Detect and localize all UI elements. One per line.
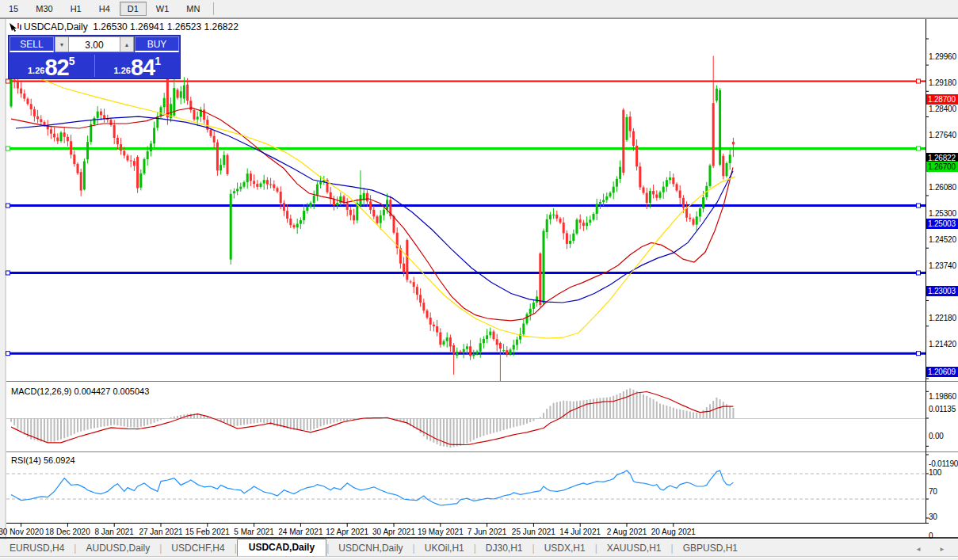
timeframe-toolbar: 15M30H1H4D1W1MN xyxy=(0,0,958,18)
volume-increase-button[interactable]: ▲ xyxy=(120,36,134,52)
macd-indicator-label: MACD(12,26,9) 0.004427 0.005043 xyxy=(11,387,149,396)
chart-tab-xauusd[interactable]: XAUUSD,H1 xyxy=(597,540,671,556)
chart-symbol-label: USDCAD,Daily xyxy=(24,21,88,32)
level-price-badge: 1.28700 xyxy=(926,94,958,105)
mt4-app: 15M30H1H4D1W1MN USDCAD,Daily 1.26530 1.2… xyxy=(0,0,958,560)
level-price-badge: 1.23003 xyxy=(926,286,958,296)
price-axis-label: 1.27640 xyxy=(929,131,958,139)
chart-tab-usdcnh[interactable]: USDCNH,Daily xyxy=(329,540,412,556)
date-axis-label: 12 Apr 2021 xyxy=(326,528,368,536)
date-axis-label: 30 Nov 2020 xyxy=(0,528,44,536)
status-strip xyxy=(0,557,958,560)
date-axis-label: 8 Jan 2021 xyxy=(94,528,134,536)
date-axis-label: 14 Jul 2021 xyxy=(559,528,601,536)
price-axis-label: 1.29960 xyxy=(929,52,958,61)
chart-tab-gbpusd[interactable]: GBPUSD,H1 xyxy=(674,540,747,556)
date-axis-label: 2 Aug 2021 xyxy=(607,528,647,536)
rsi-indicator-label: RSI(14) 56.0924 xyxy=(11,455,75,465)
macd-axis-label: 0.00 xyxy=(929,432,958,440)
level-price-badge: 1.25003 xyxy=(926,219,958,229)
date-axis-label: 30 Apr 2021 xyxy=(372,528,415,536)
price-axis-label: 1.29180 xyxy=(929,78,958,87)
tab-scroll-arrows[interactable]: ◄ ► xyxy=(915,546,953,553)
chart-ohlc-values: 1.26530 1.26941 1.26523 1.26822 xyxy=(93,21,239,32)
level-price-badge: 1.20609 xyxy=(926,367,958,377)
one-click-trade-panel: SELL ▼ 3.00 ▲ BUY 1.26 82 5 1.26 84 xyxy=(8,35,181,79)
price-axis-label: 1.24520 xyxy=(929,235,958,244)
chart-title-ohlc: USDCAD,Daily 1.26530 1.26941 1.26523 1.2… xyxy=(24,21,239,32)
chart-tab-usdcad[interactable]: USDCAD,Daily xyxy=(237,539,326,556)
sell-price-pips: 82 xyxy=(44,57,68,78)
price-axis-label: 1.25300 xyxy=(929,209,958,218)
date-axis-label: 5 Mar 2021 xyxy=(234,528,274,536)
date-axis-label: 24 Mar 2021 xyxy=(278,528,323,536)
timeframe-button-w1[interactable]: W1 xyxy=(148,2,177,16)
chart-window: USDCAD,Daily 1.26530 1.26941 1.26523 1.2… xyxy=(0,18,958,539)
buy-price-bigfigure: 1.26 xyxy=(114,66,131,78)
date-axis-label: 19 May 2021 xyxy=(418,528,464,536)
buy-price-pipette: 1 xyxy=(155,53,161,67)
timeframe-button-mn[interactable]: MN xyxy=(178,2,208,16)
chart-canvas[interactable] xyxy=(0,18,958,539)
date-axis-label: 15 Feb 2021 xyxy=(185,528,230,536)
chart-tab-ukoil[interactable]: UKOil,H1 xyxy=(415,540,474,556)
chart-tab-dj30[interactable]: DJ30,H1 xyxy=(476,540,532,556)
level-price-badge: 1.26700 xyxy=(926,162,958,172)
buy-price-display[interactable]: 1.26 84 1 xyxy=(95,53,181,78)
chart-tab-usdx[interactable]: USDX,H1 xyxy=(535,540,595,556)
sell-price-display[interactable]: 1.26 82 5 xyxy=(9,53,94,78)
date-axis-label: 7 Jun 2021 xyxy=(468,528,507,536)
chart-tab-usdchf[interactable]: USDCHF,H4 xyxy=(162,540,234,556)
rsi-axis-label: 100 xyxy=(929,468,958,477)
price-axis-label: 1.23740 xyxy=(929,261,958,270)
rsi-axis-label: 70 xyxy=(929,487,958,496)
timeframe-button-d1[interactable]: D1 xyxy=(120,2,147,16)
chart-tab-eurusd[interactable]: EURUSD,H4 xyxy=(0,540,74,556)
volume-decrease-button[interactable]: ▼ xyxy=(55,36,69,52)
chart-tab-audusd[interactable]: AUDUSD,Daily xyxy=(76,540,159,556)
chart-cursor-icon xyxy=(9,21,22,32)
timeframe-button-15[interactable]: 15 xyxy=(1,2,26,16)
date-axis-label: 18 Dec 2020 xyxy=(45,528,90,536)
timeframe-button-h1[interactable]: H1 xyxy=(63,2,90,16)
timeframe-button-m30[interactable]: M30 xyxy=(28,2,60,16)
sell-price-pipette: 5 xyxy=(69,53,75,67)
buy-price-pips: 84 xyxy=(131,57,155,78)
price-axis-label: 1.26080 xyxy=(929,183,958,192)
rsi-axis-label: 30 xyxy=(929,512,958,521)
date-axis-label: 20 Aug 2021 xyxy=(651,528,696,536)
price-axis-label: 1.19860 xyxy=(929,392,958,401)
date-axis-label: 25 Jun 2021 xyxy=(512,528,555,536)
timeframe-button-h4[interactable]: H4 xyxy=(91,2,118,16)
sell-price-bigfigure: 1.26 xyxy=(28,66,44,78)
price-axis-label: 1.28400 xyxy=(929,105,958,113)
volume-input[interactable]: 3.00 xyxy=(69,36,120,52)
price-axis-label: 1.22180 xyxy=(929,314,958,322)
symbol-tab-bar: EURUSD,H4|AUDUSD,Daily|USDCHF,H4|USDCAD,… xyxy=(0,539,958,557)
buy-button[interactable]: BUY xyxy=(135,36,179,52)
price-axis-label: 1.21420 xyxy=(929,340,958,349)
toolbar-separator xyxy=(213,2,214,15)
date-axis-label: 27 Jan 2021 xyxy=(139,528,182,536)
macd-axis-label: 0.01135 xyxy=(929,405,958,413)
sell-button[interactable]: SELL xyxy=(10,36,54,52)
macd-axis-label: -0.01190 xyxy=(929,459,958,468)
